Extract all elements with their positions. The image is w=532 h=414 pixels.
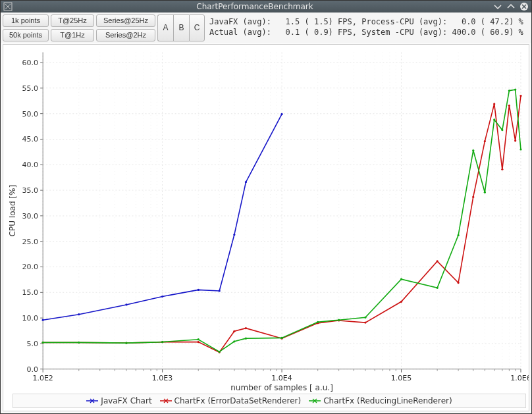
svg-point-151	[457, 282, 459, 284]
svg-text:number of samples [ a.u.]: number of samples [ a.u.]	[230, 382, 333, 392]
svg-point-131	[161, 296, 163, 298]
svg-point-170	[364, 316, 366, 318]
svg-point-160	[78, 341, 80, 343]
svg-point-149	[400, 300, 402, 302]
toolbar: 1k points 50k points T@25Hz T@1Hz Series…	[1, 13, 531, 43]
svg-text:35.0: 35.0	[22, 186, 39, 195]
svg-point-148	[364, 321, 366, 323]
btn-series-25hz[interactable]: Series@25Hz	[96, 14, 155, 27]
svg-point-171	[400, 278, 402, 280]
legend-item-javafx: JavaFX Chart	[86, 396, 151, 405]
toggle-b[interactable]: B	[173, 14, 189, 41]
svg-text:CPU load [%]: CPU load [%]	[8, 184, 17, 236]
svg-point-163	[198, 338, 200, 340]
legend-label: JavaFX Chart	[101, 396, 151, 405]
svg-point-143	[233, 330, 235, 332]
svg-point-128	[42, 319, 44, 321]
chart-area[interactable]: 0.05.010.015.020.025.030.035.040.045.050…	[3, 44, 529, 411]
svg-point-177	[501, 129, 503, 131]
svg-text:1.0E3: 1.0E3	[152, 373, 173, 382]
btn-t-25hz[interactable]: T@25Hz	[51, 14, 94, 27]
svg-text:45.0: 45.0	[22, 135, 39, 143]
toggle-a[interactable]: A	[157, 14, 173, 41]
svg-point-157	[514, 140, 516, 142]
svg-point-166	[245, 337, 247, 339]
svg-point-179	[514, 88, 516, 90]
svg-point-154	[493, 103, 495, 105]
svg-text:55.0: 55.0	[22, 84, 39, 92]
svg-text:50.0: 50.0	[22, 109, 39, 118]
svg-point-178	[508, 90, 510, 91]
btn-series-2hz[interactable]: Series@2Hz	[96, 29, 155, 41]
legend-swatch-icon	[86, 396, 98, 405]
legend-swatch-icon	[160, 396, 172, 405]
svg-point-134	[233, 234, 235, 236]
svg-point-180	[519, 148, 521, 150]
svg-point-132	[198, 288, 200, 290]
btn-t-1hz[interactable]: T@1Hz	[51, 29, 94, 41]
svg-text:1.0E5: 1.0E5	[391, 373, 412, 382]
svg-point-130	[125, 303, 127, 305]
svg-point-155	[501, 168, 503, 170]
minimize-icon[interactable]	[493, 2, 502, 11]
svg-point-133	[219, 290, 221, 292]
svg-point-156	[508, 104, 510, 106]
svg-point-162	[161, 341, 163, 343]
svg-point-144	[245, 327, 247, 329]
svg-text:5.0: 5.0	[27, 340, 39, 348]
maximize-icon[interactable]	[506, 2, 516, 11]
svg-point-158	[519, 95, 521, 97]
svg-point-167	[280, 336, 282, 338]
svg-text:0.0: 0.0	[27, 365, 39, 373]
status-line-2: Actual (avg): 0.1 ( 0.9) FPS, System -CP…	[209, 28, 523, 37]
svg-text:10.0: 10.0	[22, 314, 39, 323]
svg-point-135	[245, 181, 247, 183]
app-menu-icon[interactable]	[3, 2, 13, 11]
status-readout: JavaFX (avg): 1.5 ( 1.5) FPS, Process-CP…	[207, 14, 529, 43]
legend-item-chartfx-error: ChartFx (ErrorDataSetRenderer)	[160, 396, 302, 405]
svg-point-165	[233, 340, 235, 342]
svg-point-169	[338, 319, 340, 321]
svg-point-173	[457, 234, 459, 236]
svg-point-129	[78, 313, 80, 315]
svg-text:30.0: 30.0	[22, 212, 39, 220]
toggle-c[interactable]: C	[189, 14, 205, 41]
svg-point-174	[472, 149, 474, 151]
svg-point-168	[317, 321, 319, 323]
btn-50k-points[interactable]: 50k points	[3, 29, 49, 41]
svg-point-172	[437, 286, 439, 288]
svg-text:1.0E4: 1.0E4	[271, 373, 292, 382]
svg-text:1.0E6: 1.0E6	[510, 373, 529, 382]
svg-point-159	[42, 341, 44, 343]
svg-point-153	[484, 140, 486, 142]
svg-point-164	[219, 350, 221, 352]
status-line-1: JavaFX (avg): 1.5 ( 1.5) FPS, Process-CP…	[209, 17, 523, 26]
window-titlebar: ChartPerformanceBenchmark	[1, 1, 531, 13]
btn-1k-points[interactable]: 1k points	[3, 14, 49, 27]
legend-item-chartfx-reducing: ChartFx (ReducingLineRenderer)	[309, 396, 452, 405]
svg-text:60.0: 60.0	[22, 59, 39, 67]
legend-label: ChartFx (ErrorDataSetRenderer)	[174, 396, 302, 405]
svg-point-175	[484, 191, 486, 193]
close-icon[interactable]	[519, 2, 529, 11]
chart-canvas: 0.05.010.015.020.025.030.035.040.045.050…	[3, 45, 529, 411]
window-title: ChartPerformanceBenchmark	[16, 2, 493, 11]
svg-point-141	[198, 341, 200, 343]
legend: JavaFX Chart ChartFx (ErrorDataSetRender…	[13, 394, 526, 408]
svg-point-150	[437, 260, 439, 262]
svg-text:25.0: 25.0	[22, 237, 39, 246]
svg-text:1.0E2: 1.0E2	[32, 373, 53, 382]
svg-point-152	[472, 195, 474, 197]
svg-point-161	[125, 342, 127, 344]
svg-point-176	[493, 118, 495, 120]
svg-text:20.0: 20.0	[22, 263, 39, 271]
legend-swatch-icon	[309, 396, 321, 405]
svg-text:40.0: 40.0	[22, 161, 39, 169]
legend-label: ChartFx (ReducingLineRenderer)	[323, 396, 452, 405]
svg-text:15.0: 15.0	[22, 288, 39, 297]
svg-point-136	[280, 113, 282, 115]
